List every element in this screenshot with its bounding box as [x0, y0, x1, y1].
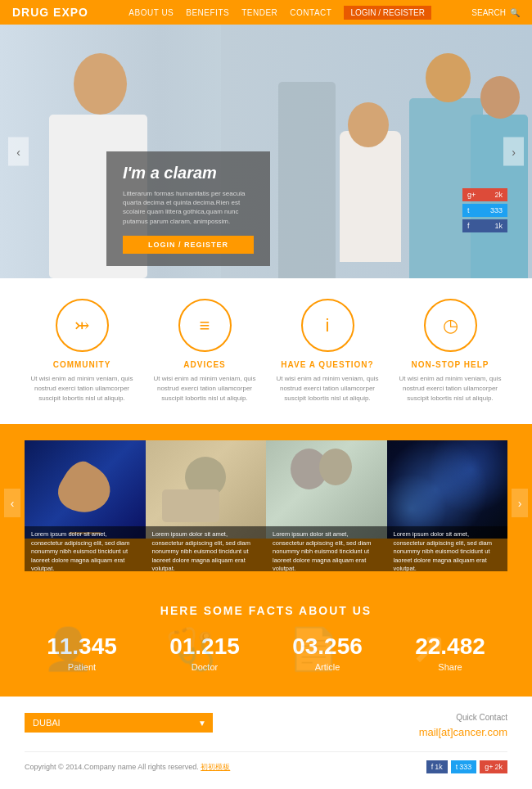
- social-sidebar: g+ 2k t 333 f 1k: [462, 188, 507, 232]
- gplus-button[interactable]: g+ 2k: [462, 188, 507, 201]
- hero-section: I'm a claram Litterarum formas humanitat…: [0, 25, 532, 278]
- gp-icon: g+: [485, 763, 493, 771]
- gallery-caption-1: Lorem ipsum dolor sit amet, consectetur …: [146, 526, 267, 571]
- gallery-item-3: Lorem ipsum dolor sit amet, consectetur …: [387, 440, 508, 571]
- main-nav: ABOUT US BENEFITS TENDER CONTACT LOGIN /…: [128, 6, 431, 20]
- search-label: SEARCH: [471, 8, 506, 17]
- hero-title: I'm a claram: [123, 164, 254, 183]
- feature-text-community: Ut wisi enim ad minim veniam, quis nostr…: [25, 374, 139, 404]
- facts-section: HERE SOME FACTS ABOUT US 👤 11.345 Patien…: [0, 588, 532, 697]
- footer-social: f1kt333g+2k: [426, 760, 507, 773]
- facebook-count: 1k: [494, 222, 503, 230]
- hero-login-button[interactable]: LOGIN / REGISTER: [123, 236, 254, 254]
- patient-body: [340, 131, 401, 262]
- fact-number-2: 📄 03.256: [292, 633, 363, 660]
- gplus-icon: g+: [467, 191, 476, 199]
- login-button[interactable]: LOGIN / REGISTER: [344, 6, 431, 20]
- gallery-section: ‹ Lorem ipsum dolor sit amet, consectetu…: [0, 424, 532, 588]
- feature-text-advices: Ut wisi enim ad minim veniam, quis nostr…: [147, 374, 262, 404]
- feature-text-non-stop-help: Ut wisi enim ad minim veniam, quis nostr…: [393, 374, 507, 404]
- fact-number-1: 🩺 01.215: [169, 633, 240, 660]
- feature-non-stop-help: ◷ NON-STOP HELP Ut wisi enim ad minim ve…: [393, 299, 507, 404]
- footer-top: DUBAI ▼ Quick Contact mail[at]cancer.com: [25, 713, 507, 739]
- footer-tw-button[interactable]: t333: [451, 760, 477, 773]
- feature-circle-non-stop-help: ◷: [424, 299, 477, 352]
- gallery-item-1: Lorem ipsum dolor sit amet, consectetur …: [146, 440, 267, 571]
- nav-about[interactable]: ABOUT US: [128, 8, 174, 17]
- footer: DUBAI ▼ Quick Contact mail[at]cancer.com…: [0, 697, 532, 786]
- fact-bg-icon-3: ↗: [411, 625, 445, 673]
- location-select-wrapper: DUBAI ▼: [25, 713, 213, 733]
- nurse1-head: [426, 53, 471, 102]
- footer-fb-button[interactable]: f1k: [426, 760, 448, 773]
- twitter-button[interactable]: t 333: [462, 204, 507, 217]
- fact-article: 📄 03.256 Article: [292, 633, 363, 672]
- hero-content-box: I'm a claram Litterarum formas humanitat…: [106, 151, 270, 266]
- search-area: SEARCH 🔍: [471, 8, 520, 17]
- nav-tender[interactable]: TENDER: [241, 8, 277, 17]
- nav-contact[interactable]: CONTACT: [290, 8, 331, 17]
- footer-gp-button[interactable]: g+2k: [480, 760, 507, 773]
- facebook-button[interactable]: f 1k: [462, 219, 507, 232]
- quick-contact-label: Quick Contact: [419, 713, 507, 722]
- gallery-container: Lorem ipsum dolor sit amet, consectetur …: [25, 440, 507, 571]
- fact-number-0: 👤 11.345: [47, 633, 117, 660]
- hero-next-button[interactable]: ›: [503, 138, 524, 166]
- gplus-count: 2k: [494, 191, 503, 199]
- nav-benefits[interactable]: BENEFITS: [186, 8, 229, 17]
- patient-head: [348, 102, 389, 147]
- logo: DRUG EXPO: [12, 6, 88, 19]
- copyright-text: Copyright © 2014.Company name All rights…: [25, 762, 230, 773]
- feature-circle-have-a-question: i: [301, 299, 354, 352]
- footer-contact: Quick Contact mail[at]cancer.com: [419, 713, 507, 739]
- features-section: ⤔ COMMUNITY Ut wisi enim ad minim veniam…: [0, 278, 532, 424]
- hero-prev-button[interactable]: ‹: [8, 138, 29, 166]
- fact-bg-icon-2: 📄: [288, 625, 339, 673]
- tw-icon: t: [456, 763, 458, 771]
- facebook-icon: f: [467, 222, 470, 230]
- feature-text-have-a-question: Ut wisi enim ad minim veniam, quis nostr…: [270, 374, 385, 404]
- template-link[interactable]: 初初模板: [201, 763, 230, 771]
- gallery-item-2: Lorem ipsum dolor sit amet, consectetur …: [266, 440, 387, 571]
- gallery-item-0: Lorem ipsum dolor sit amet, consectetur …: [25, 440, 146, 571]
- gallery-next-button[interactable]: ›: [512, 489, 528, 517]
- gallery-prev-button[interactable]: ‹: [4, 489, 20, 517]
- doctor-head: [74, 53, 127, 115]
- fact-number-3: ↗ 22.482: [415, 633, 485, 660]
- facts-title: HERE SOME FACTS ABOUT US: [25, 604, 507, 617]
- feature-community: ⤔ COMMUNITY Ut wisi enim ad minim veniam…: [25, 299, 139, 404]
- location-select[interactable]: DUBAI: [25, 713, 213, 733]
- fact-bg-icon-0: 👤: [43, 625, 93, 673]
- feature-circle-community: ⤔: [56, 299, 109, 352]
- feature-title-advices: ADVICES: [183, 360, 225, 369]
- feature-title-community: COMMUNITY: [53, 360, 111, 369]
- feature-have-a-question: i HAVE A QUESTION? Ut wisi enim ad minim…: [270, 299, 385, 404]
- nurse2-head: [480, 76, 520, 119]
- feature-circle-advices: ≡: [178, 299, 232, 352]
- feature-title-non-stop-help: NON-STOP HELP: [412, 360, 489, 369]
- gallery-caption-2: Lorem ipsum dolor sit amet, consectetur …: [266, 526, 387, 571]
- facts-row: 👤 11.345 Patient 🩺 01.215 Doctor 📄 03.25…: [25, 633, 507, 672]
- footer-bottom: Copyright © 2014.Company name All rights…: [25, 751, 507, 773]
- feature-title-have-a-question: HAVE A QUESTION?: [281, 360, 373, 369]
- gallery-caption-3: Lorem ipsum dolor sit amet, consectetur …: [387, 526, 508, 571]
- feature-advices: ≡ ADVICES Ut wisi enim ad minim veniam, …: [147, 299, 262, 404]
- gallery-caption-0: Lorem ipsum dolor sit amet, consectetur …: [25, 526, 146, 571]
- fact-doctor: 🩺 01.215 Doctor: [169, 633, 240, 672]
- bg-person: [278, 82, 336, 278]
- search-icon[interactable]: 🔍: [510, 8, 520, 17]
- hero-text: Litterarum formas humanitatis per seacul…: [123, 189, 254, 226]
- fact-bg-icon-1: 🩺: [165, 625, 216, 673]
- fact-patient: 👤 11.345 Patient: [47, 633, 117, 672]
- header: DRUG EXPO ABOUT US BENEFITS TENDER CONTA…: [0, 0, 532, 25]
- twitter-icon: t: [467, 206, 470, 214]
- contact-email[interactable]: mail[at]cancer.com: [419, 726, 507, 738]
- twitter-count: 333: [490, 206, 503, 214]
- fact-share: ↗ 22.482 Share: [415, 633, 485, 672]
- fb-icon: f: [431, 763, 434, 771]
